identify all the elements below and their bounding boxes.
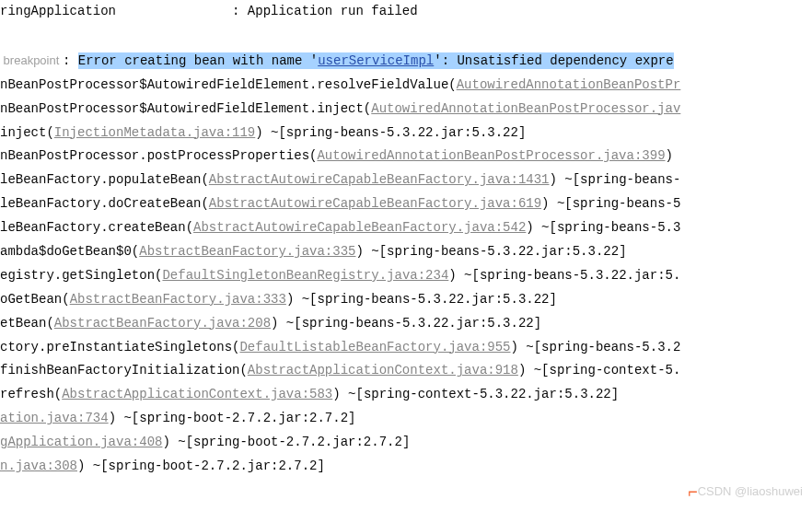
stack-frame: nBeanPostProcessor.postProcessProperties… xyxy=(0,145,812,168)
jar-info: ) ~[spring-context-5. xyxy=(518,363,680,377)
stack-frame: finishBeanFactoryInitialization(Abstract… xyxy=(0,359,812,383)
frame-text: egistry.getSingleton( xyxy=(0,268,162,283)
source-link[interactable]: AbstractAutowireCapableBeanFactory.java:… xyxy=(209,196,541,211)
jar-info: ) ~[spring-boot-2.7.2.jar:2.7.2] xyxy=(162,435,410,449)
frame-text: finishBeanFactoryInitialization( xyxy=(0,363,248,377)
source-link[interactable]: AutowiredAnnotationBeanPostProcessor.jav xyxy=(371,101,680,116)
frame-text: nBeanPostProcessor.postProcessProperties… xyxy=(0,148,317,163)
stack-frame: inject(InjectionMetadata.java:119) ~[spr… xyxy=(0,122,812,145)
jar-info: ) ~[spring-beans-5.3 xyxy=(526,220,680,235)
stack-frame: nBeanPostProcessor$AutowiredFieldElement… xyxy=(0,74,812,98)
error-highlight: Error creating bean with name 'userServi… xyxy=(78,52,674,69)
spacer xyxy=(0,24,812,50)
stack-frame: nBeanPostProcessor$AutowiredFieldElement… xyxy=(0,98,812,122)
source-link[interactable]: ation.java:734 xyxy=(0,411,109,425)
jar-info: ) ~[spring-boot-2.7.2.jar:2.7.2] xyxy=(109,411,356,425)
source-link[interactable]: AbstractApplicationContext.java:918 xyxy=(248,363,518,377)
source-link[interactable]: n.java:308 xyxy=(0,459,77,473)
stack-frame: refresh(AbstractApplicationContext.java:… xyxy=(0,383,812,407)
bean-link-userserviceimpl[interactable]: userServiceImpl xyxy=(318,53,434,68)
stack-frame: etBean(AbstractBeanFactory.java:208) ~[s… xyxy=(0,312,812,336)
stack-frame: ctory.preInstantiateSingletons(DefaultLi… xyxy=(0,336,812,360)
frame-text: leBeanFactory.createBean( xyxy=(0,220,193,235)
source-link[interactable]: gApplication.java:408 xyxy=(0,435,162,449)
log-msg: Application run failed xyxy=(248,4,418,18)
jar-info: ) ~[spring-beans-5.3.22.jar:5.3.22] xyxy=(286,292,557,307)
source-link[interactable]: DefaultListableBeanFactory.java:955 xyxy=(239,340,510,354)
log-line: ringApplication : Application run failed xyxy=(0,0,812,24)
stack-frame: ambda$doGetBean$0(AbstractBeanFactory.ja… xyxy=(0,240,812,264)
frame-text: etBean( xyxy=(0,316,54,331)
source-link[interactable]: AbstractAutowireCapableBeanFactory.java:… xyxy=(193,220,526,235)
hl-text-after: ': Unsatisfied dependency expre xyxy=(434,53,673,68)
jar-info: ) ~[spring-beans-5.3.22.jar:5.3.22] xyxy=(271,316,541,331)
breakpoint-label: breakpoint xyxy=(0,53,63,67)
frame-text: ambda$doGetBean$0( xyxy=(0,244,139,259)
stack-frame: n.java:308) ~[spring-boot-2.7.2.jar:2.7.… xyxy=(0,455,812,479)
frame-text: inject( xyxy=(0,125,54,140)
separator: : xyxy=(63,53,78,68)
frame-text: leBeanFactory.doCreateBean( xyxy=(0,196,209,211)
jar-info: ) xyxy=(666,148,673,163)
stack-frame: ation.java:734) ~[spring-boot-2.7.2.jar:… xyxy=(0,407,812,431)
jar-info: ) ~[spring-beans- xyxy=(550,172,681,187)
source-link[interactable]: AbstractAutowireCapableBeanFactory.java:… xyxy=(209,172,550,187)
watermark-text: CSDN @liaoshuwei xyxy=(698,484,803,498)
jar-info: ) ~[spring-boot-2.7.2.jar:2.7.2] xyxy=(77,459,325,473)
source-link[interactable]: AbstractBeanFactory.java:335 xyxy=(139,244,355,259)
jar-info: ) ~[spring-beans-5.3.22.jar:5. xyxy=(448,268,680,283)
hl-text-before: Error creating bean with name ' xyxy=(78,53,318,68)
jar-info: ) ~[spring-beans-5 xyxy=(541,196,680,211)
jar-info: ) ~[spring-beans-5.3.2 xyxy=(511,340,681,354)
frame-text: ctory.preInstantiateSingletons( xyxy=(0,340,239,354)
source-link[interactable]: InjectionMetadata.java:119 xyxy=(54,125,255,140)
watermark-icon: ⌐ xyxy=(688,482,698,501)
breakpoint-line: breakpoint : Error creating bean with na… xyxy=(0,50,812,74)
jar-info: ) ~[spring-beans-5.3.22.jar:5.3.22] xyxy=(255,125,526,140)
frame-text: nBeanPostProcessor$AutowiredFieldElement… xyxy=(0,101,371,116)
jar-info: ) ~[spring-context-5.3.22.jar:5.3.22] xyxy=(332,387,619,401)
jar-info: ) ~[spring-beans-5.3.22.jar:5.3.22] xyxy=(355,244,626,259)
source-link[interactable]: AutowiredAnnotationBeanPostProcessor.jav… xyxy=(317,148,665,163)
frame-text: refresh( xyxy=(0,387,62,401)
frame-text: leBeanFactory.populateBean( xyxy=(0,172,209,187)
stack-frame: gApplication.java:408) ~[spring-boot-2.7… xyxy=(0,431,812,455)
log-class: ringApplication : xyxy=(0,4,248,18)
source-link[interactable]: AbstractBeanFactory.java:333 xyxy=(70,292,286,307)
stack-frame: leBeanFactory.createBean(AbstractAutowir… xyxy=(0,216,812,240)
source-link[interactable]: DefaultSingletonBeanRegistry.java:234 xyxy=(162,268,448,283)
stack-frame: egistry.getSingleton(DefaultSingletonBea… xyxy=(0,264,812,288)
stack-frame: leBeanFactory.doCreateBean(AbstractAutow… xyxy=(0,192,812,216)
watermark: ⌐CSDN @liaoshuwei xyxy=(688,477,803,507)
frame-text: nBeanPostProcessor$AutowiredFieldElement… xyxy=(0,77,457,92)
source-link[interactable]: AbstractBeanFactory.java:208 xyxy=(54,316,271,331)
stack-frame: leBeanFactory.populateBean(AbstractAutow… xyxy=(0,168,812,192)
frame-text: oGetBean( xyxy=(0,292,70,307)
source-link[interactable]: AbstractApplicationContext.java:583 xyxy=(62,387,332,401)
stack-frame: oGetBean(AbstractBeanFactory.java:333) ~… xyxy=(0,288,812,312)
source-link[interactable]: AutowiredAnnotationBeanPostPr xyxy=(457,77,681,92)
